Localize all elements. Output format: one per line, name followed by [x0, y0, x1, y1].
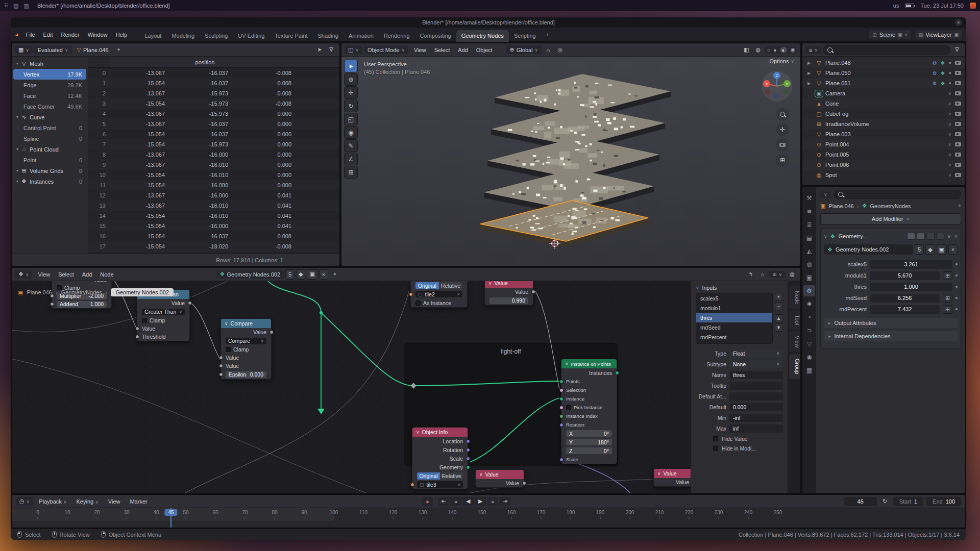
collapsed-section[interactable]: ▸Internal Dependencies	[824, 331, 958, 341]
outliner-row[interactable]: ▶ ⊞ IrradianceVolume ⚙ ❖ ∨	[802, 119, 965, 129]
navigation-gizmo[interactable]: Z X Y	[761, 70, 793, 103]
sidebar-tab[interactable]: Group	[789, 354, 800, 379]
expand-arrow-icon[interactable]: ▶	[807, 81, 813, 86]
properties-tab[interactable]: ◔	[803, 312, 815, 323]
workspace-tab[interactable]: Geometry Nodes	[456, 30, 509, 42]
properties-search-input[interactable]	[834, 190, 961, 199]
add-input-button[interactable]: +	[775, 293, 783, 301]
value-field[interactable]: 1.000	[870, 283, 952, 291]
window-close-button[interactable]: ×	[955, 19, 962, 26]
field-value[interactable]: inf∨	[729, 424, 783, 433]
pin-icon[interactable]: ⌖	[114, 46, 124, 53]
properties-tab[interactable]: ◙	[803, 206, 815, 217]
outliner-editor-type-button[interactable]: ≡∨	[805, 46, 821, 54]
unlink-icon[interactable]: ×	[948, 244, 958, 255]
value-node[interactable]: ∨Value Value 0.990	[484, 281, 533, 306]
tray-window-icon[interactable]: ▤	[13, 3, 18, 9]
dataset-row[interactable]: ▾ ∿ Curve	[13, 112, 86, 122]
tray-accent-icon[interactable]	[970, 3, 976, 9]
properties-tab[interactable]: ◉	[803, 352, 815, 363]
field-value[interactable]: Float∨	[729, 349, 783, 358]
properties-filter-button[interactable]: ∨	[820, 191, 831, 198]
parent-group-icon[interactable]: ↰	[746, 271, 756, 278]
viewport-tool-button[interactable]: ✛	[344, 86, 358, 99]
properties-tab[interactable]: ⊃	[803, 325, 815, 336]
outliner-row[interactable]: ▶ ▽ Plane.048 ⚙ ❖ ●	[802, 58, 965, 68]
operation-dropdown[interactable]: Greater Than∨	[142, 309, 185, 315]
group-input-item[interactable]: modulo1	[696, 303, 772, 313]
instance-on-points-node[interactable]: ∨Instance on Points Instances PointsSele…	[561, 359, 617, 464]
expand-arrow-icon[interactable]: ▶	[807, 61, 813, 65]
modifier-extras-icon[interactable]: ∨	[947, 233, 951, 240]
animate-dot-icon[interactable]	[955, 308, 958, 310]
os-clock[interactable]: Tue, 23 Jul 17:50	[920, 3, 964, 9]
dataset-row[interactable]: ▾ Face 12.4K	[13, 90, 86, 101]
dataset-dropdown[interactable]: Evaluated∨	[34, 46, 72, 54]
disable-render-icon[interactable]	[955, 142, 961, 146]
value-field[interactable]: 5.670	[870, 271, 940, 280]
group-input-item[interactable]: rndSeed	[696, 322, 772, 332]
jump-to-end-button[interactable]: ⇥	[499, 497, 510, 506]
clamp-checkbox[interactable]	[226, 347, 231, 352]
selection-filter-icon[interactable]: ➤	[314, 46, 325, 53]
workspace-tab[interactable]: UV Editing	[233, 30, 270, 42]
orientation-dropdown[interactable]: ⊕Global∨	[506, 45, 542, 54]
animate-dot-icon[interactable]	[955, 297, 958, 299]
move-up-button[interactable]: ▲	[775, 314, 783, 322]
viewport-tool-button[interactable]: ◉	[344, 126, 358, 139]
viewport-editor-type-button[interactable]: ◫∨	[345, 45, 362, 54]
hide-eye-icon[interactable]: ∨	[948, 91, 951, 96]
pin-icon[interactable]: ⌖	[330, 271, 340, 278]
viewport-canvas[interactable]: User Perspective (45) Collection | Plane…	[341, 57, 800, 266]
outliner-row[interactable]: ▶ ▽ Plane.050 ⚙ ❖ ●	[802, 68, 965, 78]
hide-eye-icon[interactable]: ∨	[948, 172, 951, 178]
collapsed-section[interactable]: ▸Output Attributes	[824, 318, 958, 328]
viewport-tool-button[interactable]: ✎	[344, 139, 358, 152]
dataset-row[interactable]: ▾ Spline 0	[13, 133, 86, 144]
disable-render-icon[interactable]	[955, 102, 961, 106]
hide-eye-icon[interactable]: ∨	[948, 162, 951, 167]
current-frame-field[interactable]: 45	[844, 497, 877, 506]
apps-grid-icon[interactable]: ⠿	[4, 3, 8, 9]
field-value[interactable]: -inf∨	[729, 414, 783, 422]
column-header[interactable]: position	[110, 57, 300, 67]
compare-node[interactable]: ∨Compare Value Compare∨ Clamp Value Valu…	[220, 318, 272, 380]
disable-render-icon[interactable]	[955, 153, 961, 157]
marker-menu[interactable]: Marker	[126, 497, 151, 506]
keying-menu[interactable]: Keying ∨	[72, 497, 103, 506]
sidebar-tab[interactable]: View	[789, 331, 800, 353]
workspace-tab[interactable]: Shading	[313, 30, 344, 42]
group-input-item[interactable]: thres	[696, 313, 772, 322]
overlays-icon[interactable]: ◍	[753, 46, 763, 53]
value-field[interactable]: 6.256	[870, 294, 940, 303]
add-workspace-button[interactable]: +	[542, 30, 553, 40]
viewport-tool-button[interactable]: ➤	[344, 60, 358, 72]
dataset-row[interactable]: ▾ ❖ Instances 0	[13, 176, 86, 187]
field-value[interactable]: thres∨	[729, 371, 783, 379]
shading-mode-icon[interactable]: ●	[773, 47, 777, 53]
menu-item[interactable]: Help	[112, 30, 132, 39]
disable-render-icon[interactable]	[955, 91, 961, 95]
outliner-row[interactable]: ▶ ⊙ Point.005 ⚙ ❖ ∨	[802, 149, 965, 160]
timeline-ruler[interactable]: 0102030405060708090100110120130140150160…	[12, 508, 965, 528]
outliner-row[interactable]: ▶ ⊙ Point.006 ⚙ ❖ ∨	[802, 160, 965, 170]
snap-mode-dropdown[interactable]: ⊞∨	[769, 271, 786, 278]
proportional-edit-icon[interactable]: ◎	[555, 46, 565, 53]
pan-hand-icon[interactable]: ✛	[776, 123, 789, 136]
disable-render-icon[interactable]	[955, 173, 961, 177]
properties-tab[interactable]: ◭	[803, 245, 815, 257]
tray-files-icon[interactable]: ▥	[23, 3, 29, 9]
workspace-tab[interactable]: Scripting	[509, 30, 541, 42]
field-value[interactable]: None∨	[729, 360, 783, 368]
field-value[interactable]: ∨	[729, 392, 783, 400]
viewport-menu-item[interactable]: Select	[430, 45, 454, 55]
dataset-row[interactable]: ▾ Edge 29.2K	[13, 80, 86, 90]
outliner-row[interactable]: ▶ ▽ Plane.003 ⚙ ❖ ∨	[802, 129, 965, 139]
disable-render-icon[interactable]	[955, 112, 961, 116]
disable-render-icon[interactable]	[955, 163, 961, 167]
outliner-row[interactable]: ▶ ◍ Spot ⚙ ❖ ∨	[802, 170, 965, 180]
fake-user-shield-icon[interactable]: ◆	[296, 269, 305, 280]
collapse-icon[interactable]: ∨	[824, 234, 827, 239]
clamp-checkbox[interactable]	[142, 318, 147, 323]
inputs-section-title[interactable]: Inputs	[702, 285, 717, 291]
